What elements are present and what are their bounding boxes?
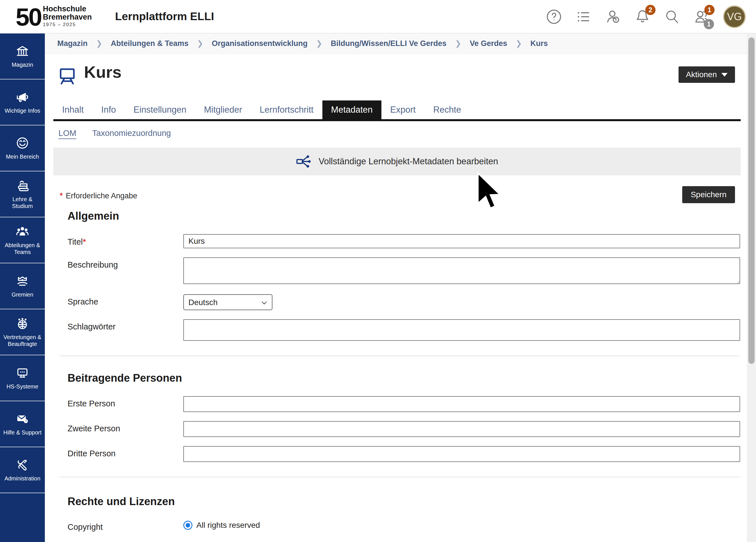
help-icon[interactable] [546,9,562,25]
breadcrumb-bildung-wissen[interactable]: Bildung/Wissen/ELLI Ve Gerdes [331,39,447,48]
search-icon[interactable] [664,9,680,25]
edit-full-metadata-banner[interactable]: Vollständige Lernobjekt-Metadaten bearbe… [53,148,741,175]
titel-label: Titel* [68,234,183,247]
user-status-icon[interactable] [605,9,621,25]
sidebar-item-mein-bereich[interactable]: Mein Bereich [0,125,45,171]
contacts-badge: 1 [704,5,715,15]
copyright-radio-row: All rights reserved [183,520,740,530]
actions-button[interactable]: Aktionen [679,66,735,83]
svg-text:?: ? [25,419,27,423]
app-title: Lernplattform ELLI [115,10,214,23]
contacts-icon[interactable]: 1 1 [694,9,709,25]
breadcrumb-magazin[interactable]: Magazin [57,39,88,48]
sidebar-item-hs-systeme[interactable]: HS-Systeme [0,355,45,401]
copyright-option-label: All rights reserved [196,521,260,530]
sidebar-item-abteilungen-teams[interactable]: Abteilungen & Teams [0,217,45,263]
top-header: 50 Hochschule Bremerhaven 1975 – 2025 Le… [0,0,756,33]
sidebar-item-gremien[interactable]: Gremien [0,263,45,309]
tools-icon [16,458,29,472]
copyright-radio-selected[interactable] [183,521,192,530]
form-actions-row: *Erforderliche Angabe Speichern [45,186,747,207]
tab-rechte[interactable]: Rechte [425,100,470,119]
erste-person-label: Erste Person [68,396,183,408]
bell-badge: 2 [645,5,656,15]
subtab-taxonomiezuordnung[interactable]: Taxonomiezuordnung [92,129,171,138]
form-row-erste-person: Erste Person [68,396,740,412]
breadcrumb-ve-gerdes[interactable]: Ve Gerdes [470,39,507,48]
save-button[interactable]: Speichern [682,186,735,203]
required-note: *Erforderliche Angabe [60,191,137,200]
books-icon [16,179,29,192]
breadcrumb-kurs[interactable]: Kurs [530,39,548,48]
tab-inhalt[interactable]: Inhalt [53,100,93,119]
dritte-person-label: Dritte Person [68,446,183,458]
tab-einstellungen[interactable]: Einstellungen [125,100,195,119]
globe-people-icon [16,317,29,330]
chevron-right-icon: ❯ [516,39,522,48]
logo-years: 1975 – 2025 [43,22,92,28]
subtab-lom[interactable]: LOM [58,129,76,138]
schlagwoerter-label: Schlagwörter [68,319,183,331]
tab-bar: Inhalt Info Einstellungen Mitglieder Ler… [53,100,741,121]
share-nodes-icon [296,154,311,169]
chevron-right-icon: ❯ [316,39,322,48]
page-scrollbar [747,33,756,542]
section-divider [60,356,740,356]
tab-info[interactable]: Info [93,100,125,119]
sidebar-item-administration[interactable]: Administration [0,447,45,493]
sidebar-item-hilfe-support[interactable]: ? Hilfe & Support [0,401,45,447]
breadcrumb-organisationsentwicklung[interactable]: Organisationsentwicklung [212,39,308,48]
dritte-person-input[interactable] [183,446,740,462]
screen: 50 Hochschule Bremerhaven 1975 – 2025 Le… [0,0,756,542]
logo-50-number: 50 [16,6,41,28]
breadcrumb: Magazin ❯ Abteilungen & Teams ❯ Organisa… [45,33,747,54]
zweite-person-input[interactable] [183,421,740,437]
main-content: Magazin ❯ Abteilungen & Teams ❯ Organisa… [45,33,747,542]
sidebar-item-vertretungen[interactable]: Vertretungen & Beauftragte [0,309,45,355]
zweite-person-label: Zweite Person [68,421,183,433]
sprache-label: Sprache [68,294,183,306]
breadcrumb-abteilungen[interactable]: Abteilungen & Teams [111,39,188,48]
chevron-right-icon: ❯ [96,39,102,48]
scrollbar-thumb[interactable] [748,37,755,364]
sidebar-item-wichtige-infos[interactable]: Wichtige Infos [0,79,45,125]
todo-list-icon[interactable] [576,9,591,25]
titel-input[interactable] [183,234,740,248]
tab-metadaten[interactable]: Metadaten [322,100,382,119]
schlagwoerter-input[interactable] [183,319,740,341]
form-row-copyright: Copyright All rights reserved [68,520,740,532]
page-title-row: Kurs Aktionen [45,54,747,96]
required-asterisk: * [83,237,86,246]
bank-icon [16,44,29,58]
notifications-bell-icon[interactable]: 2 [635,9,650,25]
monitor-icon [16,366,29,380]
form-row-schlagwoerter: Schlagwörter [68,319,740,341]
sprache-select[interactable]: Deutsch [183,294,272,310]
form-row-sprache: Sprache Deutsch [68,294,740,310]
smiley-icon [16,136,29,150]
section-heading-allgemein: Allgemein [68,210,747,222]
page-title: Kurs [84,62,121,81]
erste-person-input[interactable] [183,396,740,412]
section-divider [60,477,740,477]
tab-lernfortschritt[interactable]: Lernfortschritt [251,100,322,119]
tab-export[interactable]: Export [381,100,425,119]
university-logo: 50 Hochschule Bremerhaven 1975 – 2025 [16,5,92,28]
section-heading-beitragende: Beitragende Personen [68,372,747,384]
tab-mitglieder[interactable]: Mitglieder [195,100,251,119]
subtab-bar: LOM Taxonomiezuordnung [45,121,747,138]
caret-down-icon [721,73,728,77]
required-asterisk: * [60,191,63,200]
header-icon-row: 2 1 1 VG [546,0,746,33]
people-icon [16,225,29,238]
form-row-beschreibung: Beschreibung [68,257,740,285]
sidebar-item-magazin[interactable]: Magazin [0,33,45,79]
mail-help-icon: ? [16,412,29,426]
section-heading-rechte: Rechte und Lizenzen [68,495,747,508]
banner-label: Vollständige Lernobjekt-Metadaten bearbe… [319,156,498,167]
sidebar-item-lehre-studium[interactable]: Lehre & Studium [0,171,45,217]
beschreibung-textarea[interactable] [183,257,740,284]
committee-icon [16,274,29,288]
user-avatar[interactable]: VG [723,5,746,28]
form-row-titel: Titel* [68,234,740,248]
